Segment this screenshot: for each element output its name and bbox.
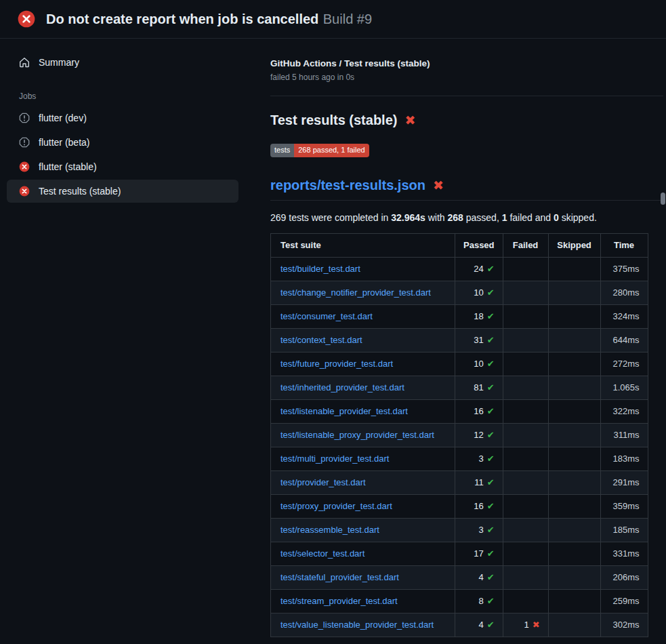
failed-x-icon: ✖ [404, 114, 415, 127]
col-header-failed: Failed [503, 234, 548, 258]
suite-link[interactable]: test/stream_provider_test.dart [280, 596, 398, 606]
sidebar-item-flutter-beta[interactable]: flutter (beta) [7, 131, 238, 154]
build-number: Build #9 [323, 12, 372, 26]
time-cell: 185ms [600, 519, 648, 542]
table-row: test/future_provider_test.dart 10✔ 272ms [271, 353, 648, 376]
check-icon: ✔ [487, 525, 495, 535]
check-icon: ✔ [487, 596, 495, 606]
suite-link[interactable]: test/context_test.dart [280, 335, 362, 345]
table-header-row: Test suite Passed Failed Skipped Time [271, 234, 648, 258]
summary-skipped: 0 [554, 212, 559, 223]
summary-line: 269 tests were completed in 32.964s with… [270, 212, 663, 223]
suite-link[interactable]: test/stateful_provider_test.dart [280, 572, 399, 582]
cancelled-icon [19, 137, 30, 148]
suite-link[interactable]: test/reassemble_test.dart [280, 525, 379, 535]
suite-link[interactable]: test/value_listenable_provider_test.dart [280, 620, 434, 630]
suite-link[interactable]: test/change_notifier_provider_test.dart [280, 287, 431, 298]
sidebar-item-flutter-dev[interactable]: flutter (dev) [7, 106, 238, 129]
check-icon: ✔ [487, 501, 495, 511]
failed-x-icon: ✖ [433, 179, 444, 192]
col-header-time: Time [600, 234, 648, 258]
table-row: test/proxy_provider_test.dart 16✔ 359ms [271, 495, 648, 519]
suite-link[interactable]: test/listenable_provider_test.dart [280, 406, 408, 416]
time-cell: 324ms [600, 305, 648, 329]
check-icon: ✔ [487, 335, 495, 345]
build-title: Do not create report when job is cancell… [46, 12, 318, 26]
col-header-test-suite: Test suite [271, 234, 455, 258]
summary-failed: 1 [502, 212, 507, 223]
sidebar-job-label: flutter (dev) [39, 113, 87, 123]
time-cell: 259ms [600, 590, 648, 613]
table-row: test/provider_test.dart 11✔ 291ms [271, 471, 648, 495]
suite-link[interactable]: test/provider_test.dart [280, 477, 366, 487]
suite-link[interactable]: test/builder_test.dart [280, 264, 360, 274]
suite-link[interactable]: test/selector_test.dart [280, 548, 365, 559]
sidebar-summary-label: Summary [39, 57, 79, 68]
check-icon: ✔ [487, 287, 495, 298]
time-cell: 272ms [600, 353, 648, 376]
suite-link[interactable]: test/proxy_provider_test.dart [280, 501, 392, 511]
run-meta: failed 5 hours ago in 0s [270, 73, 663, 82]
check-icon: ✔ [487, 548, 495, 559]
time-cell: 183ms [600, 447, 648, 471]
report-title-link[interactable]: reports/test-results.json [270, 178, 425, 193]
time-cell: 206ms [600, 566, 648, 590]
summary-passed: 268 [448, 212, 463, 223]
suite-link[interactable]: test/future_provider_test.dart [280, 359, 393, 369]
time-cell: 322ms [600, 400, 648, 424]
suite-link[interactable]: test/inherited_provider_test.dart [280, 382, 404, 393]
table-row: test/change_notifier_provider_test.dart … [271, 281, 648, 305]
cross-icon: ✖ [533, 620, 540, 630]
check-icon: ✔ [487, 572, 495, 582]
badge-value: 268 passed, 1 failed [294, 144, 369, 157]
time-cell: 302ms [600, 613, 648, 637]
x-circle-icon [19, 186, 30, 197]
sidebar: Summary Jobs flutter (dev) flut [0, 39, 257, 644]
home-icon [19, 57, 30, 68]
time-cell: 280ms [600, 281, 648, 305]
check-icon: ✔ [487, 264, 495, 274]
table-row: test/listenable_provider_test.dart 16✔ 3… [271, 400, 648, 424]
sidebar-item-flutter-stable[interactable]: flutter (stable) [7, 155, 238, 178]
jobs-section-heading: Jobs [19, 92, 257, 101]
results-table: Test suite Passed Failed Skipped Time te… [270, 233, 648, 637]
suite-link[interactable]: test/consumer_test.dart [280, 311, 373, 321]
page-title: Test results (stable) [270, 113, 397, 128]
sidebar-item-test-results-stable[interactable]: Test results (stable) [7, 180, 238, 203]
table-row: test/stateful_provider_test.dart 4✔ 206m… [271, 566, 648, 590]
suite-link[interactable]: test/multi_provider_test.dart [280, 454, 389, 464]
summary-time: 32.964s [391, 212, 425, 223]
build-header: Do not create report when job is cancell… [0, 0, 666, 39]
check-icon: ✔ [487, 454, 495, 464]
check-icon: ✔ [487, 382, 495, 393]
table-row: test/builder_test.dart 24✔ 375ms [271, 258, 648, 281]
table-row: test/listenable_proxy_provider_test.dart… [271, 424, 648, 447]
check-icon: ✔ [487, 620, 495, 630]
time-cell: 1.065s [600, 376, 648, 400]
scrollbar-thumb[interactable] [661, 193, 665, 205]
cancelled-icon [19, 113, 30, 123]
tests-badge: tests 268 passed, 1 failed [270, 144, 369, 157]
table-row: test/multi_provider_test.dart 3✔ 183ms [271, 447, 648, 471]
failed-status-icon [18, 10, 35, 28]
table-row: test/context_test.dart 31✔ 644ms [271, 329, 648, 353]
table-row: test/inherited_provider_test.dart 81✔ 1.… [271, 376, 648, 400]
time-cell: 375ms [600, 258, 648, 281]
time-cell: 311ms [600, 424, 648, 447]
divider [270, 96, 663, 96]
report-heading: reports/test-results.json ✖ [270, 178, 663, 201]
suite-link[interactable]: test/listenable_proxy_provider_test.dart [280, 430, 434, 440]
sidebar-job-label: Test results (stable) [39, 186, 121, 197]
sidebar-job-label: flutter (beta) [39, 137, 89, 148]
check-icon: ✔ [487, 477, 495, 487]
table-row: test/selector_test.dart 17✔ 331ms [271, 542, 648, 566]
table-row: test/value_listenable_provider_test.dart… [271, 613, 648, 637]
check-icon: ✔ [487, 430, 495, 440]
main-content: GitHub Actions / Test results (stable) f… [257, 39, 666, 644]
sidebar-item-summary[interactable]: Summary [7, 51, 238, 74]
x-circle-icon [19, 161, 30, 172]
time-cell: 331ms [600, 542, 648, 566]
sidebar-job-label: flutter (stable) [39, 161, 97, 172]
badge-label: tests [270, 144, 294, 157]
col-header-skipped: Skipped [548, 234, 600, 258]
